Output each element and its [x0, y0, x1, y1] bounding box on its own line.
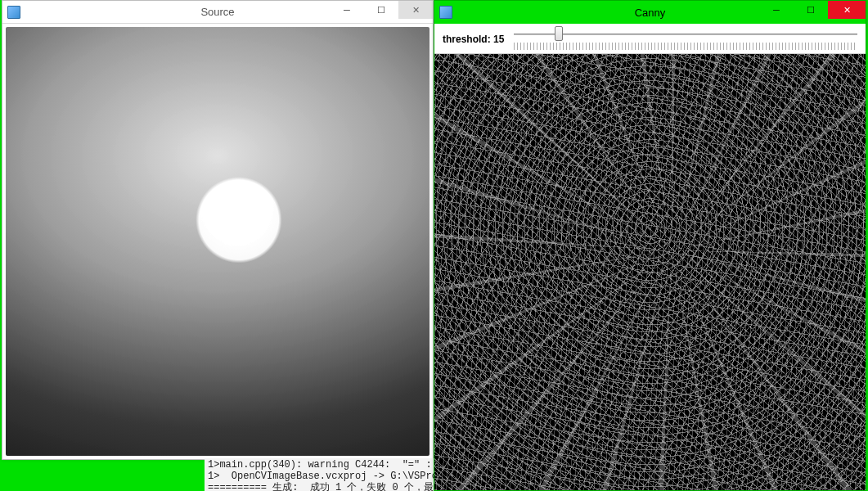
threshold-trackbar: threshold: 15 [434, 24, 866, 54]
close-button[interactable]: ✕ [398, 1, 433, 19]
canny-titlebar[interactable]: Canny ─ ☐ ✕ [434, 1, 866, 24]
maximize-button[interactable]: ☐ [364, 1, 398, 19]
canny-window: Canny ─ ☐ ✕ threshold: 15 [434, 0, 866, 491]
opencv-window-icon [7, 6, 20, 19]
slider-rail [514, 34, 857, 36]
threshold-slider[interactable] [514, 29, 857, 50]
source-image-viewport [2, 24, 433, 459]
minimize-button[interactable]: ─ [759, 1, 794, 19]
source-image [6, 27, 430, 456]
maximize-button[interactable]: ☐ [794, 1, 828, 19]
slider-tick-marks [514, 43, 857, 50]
canny-image-viewport [434, 54, 866, 490]
source-window: Source ─ ☐ ✕ [2, 0, 434, 460]
slider-track[interactable] [514, 29, 857, 40]
opencv-window-icon [439, 6, 452, 19]
close-button[interactable]: ✕ [828, 1, 866, 19]
source-window-controls: ─ ☐ ✕ [330, 1, 433, 23]
minimize-button[interactable]: ─ [330, 1, 364, 19]
source-titlebar[interactable]: Source ─ ☐ ✕ [2, 1, 433, 24]
canny-window-controls: ─ ☐ ✕ [759, 1, 866, 24]
slider-thumb[interactable] [555, 26, 563, 41]
threshold-label: threshold: 15 [443, 34, 504, 45]
